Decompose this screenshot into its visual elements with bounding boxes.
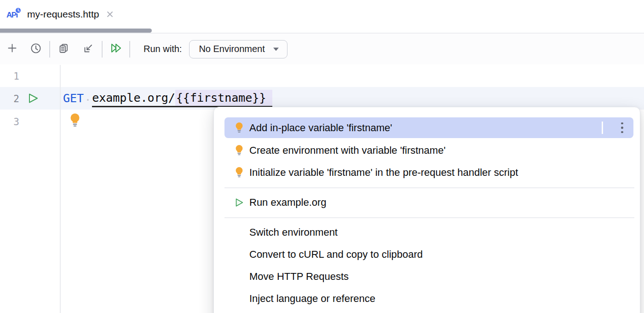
icon-placeholder bbox=[234, 249, 244, 260]
ide-window: API my-requests.http bbox=[0, 0, 644, 313]
import-request-button[interactable] bbox=[79, 39, 98, 59]
play-icon bbox=[234, 197, 244, 208]
clock-icon bbox=[30, 42, 42, 56]
run-request-gutter-button[interactable] bbox=[27, 92, 39, 104]
chevron-down-icon bbox=[272, 45, 280, 53]
http-client-toolbar: Run with: No Environment bbox=[0, 34, 644, 64]
line-number-3: 3 bbox=[0, 110, 19, 133]
lightbulb-icon bbox=[234, 122, 244, 133]
toolbar-separator bbox=[49, 41, 50, 58]
tab-bar: API my-requests.http bbox=[0, 0, 644, 29]
run-with-label: Run with: bbox=[144, 44, 182, 54]
intention-popup: Add in-place variable 'firstname' Create… bbox=[213, 107, 640, 313]
lightbulb-icon bbox=[234, 145, 244, 156]
icon-placeholder bbox=[234, 271, 244, 282]
environment-selector[interactable]: No Environment bbox=[189, 40, 287, 58]
gutter-divider bbox=[60, 65, 61, 313]
popup-item-switch-environment[interactable]: Switch environment bbox=[214, 221, 640, 243]
history-button[interactable] bbox=[27, 39, 45, 59]
popup-separator bbox=[224, 187, 634, 188]
copy-request-button[interactable] bbox=[54, 39, 73, 59]
popup-item-label: Create environment with variable 'firstn… bbox=[249, 145, 446, 156]
toolbar-separator bbox=[102, 41, 103, 58]
popup-item-run-example-org[interactable]: Run example.org bbox=[214, 191, 640, 214]
tab-scrollbar-thumb[interactable] bbox=[0, 29, 152, 33]
popup-item-move-http-requests[interactable]: Move HTTP Requests bbox=[214, 266, 640, 288]
icon-placeholder bbox=[234, 293, 244, 304]
toolbar-separator bbox=[129, 41, 130, 58]
clock-badge-icon bbox=[15, 7, 22, 14]
line-number-2: 2 bbox=[0, 87, 19, 110]
environment-value: No Environment bbox=[199, 44, 264, 54]
plus-icon bbox=[6, 42, 18, 56]
copy-icon bbox=[58, 42, 69, 56]
tab-title: my-requests.http bbox=[27, 9, 99, 20]
popup-item-label: Run example.org bbox=[249, 197, 327, 209]
popup-item-add-in-place-variable[interactable]: Add in-place variable 'firstname' bbox=[224, 117, 633, 138]
popup-item-label: Switch environment bbox=[249, 226, 338, 238]
popup-item-create-environment[interactable]: Create environment with variable 'firstn… bbox=[214, 139, 640, 162]
http-request-file-icon: API bbox=[6, 7, 21, 21]
lightbulb-icon bbox=[234, 167, 244, 178]
popup-item-label: Inject language or reference bbox=[249, 293, 375, 305]
close-icon[interactable] bbox=[105, 9, 115, 19]
tab-my-requests[interactable]: API my-requests.http bbox=[0, 0, 125, 29]
import-arrow-icon bbox=[82, 42, 94, 56]
url-variable: {{firstname}} bbox=[175, 90, 273, 106]
url-text: example.org/ bbox=[92, 91, 175, 104]
submenu-divider bbox=[602, 122, 603, 134]
whitespace-dot bbox=[87, 99, 89, 101]
popup-item-label: Convert to cURL and copy to clipboard bbox=[249, 249, 423, 261]
popup-item-label: Move HTTP Requests bbox=[249, 271, 349, 283]
add-request-button[interactable] bbox=[3, 39, 21, 59]
request-line: GET example.org/ {{firstname}} bbox=[63, 87, 272, 110]
line-number-1: 1 bbox=[0, 65, 19, 88]
run-all-icon bbox=[109, 42, 123, 56]
popup-item-inject-language[interactable]: Inject language or reference bbox=[214, 288, 640, 310]
popup-separator bbox=[224, 217, 634, 218]
popup-item-label: Initialize variable 'firstname' in the p… bbox=[249, 167, 518, 179]
intention-bulb-icon[interactable] bbox=[69, 113, 81, 128]
run-all-button[interactable] bbox=[107, 39, 125, 59]
http-method: GET bbox=[63, 92, 84, 105]
popup-item-label: Add in-place variable 'firstname' bbox=[249, 122, 392, 134]
submenu-dots-icon[interactable] bbox=[621, 122, 623, 133]
icon-placeholder bbox=[234, 227, 244, 238]
popup-item-initialize-variable[interactable]: Initialize variable 'firstname' in the p… bbox=[214, 162, 640, 184]
request-url: example.org/ {{firstname}} bbox=[92, 90, 272, 107]
popup-item-convert-to-curl[interactable]: Convert to cURL and copy to clipboard bbox=[214, 243, 640, 266]
